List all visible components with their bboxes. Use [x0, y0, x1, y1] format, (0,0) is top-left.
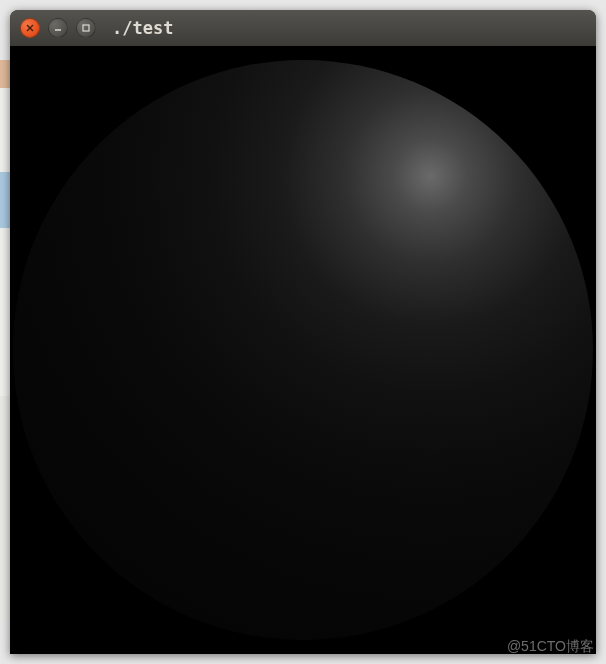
maximize-icon — [81, 23, 91, 33]
minimize-button[interactable] — [48, 18, 68, 38]
render-viewport — [10, 46, 596, 654]
background-edge-strip — [0, 60, 10, 620]
window-controls — [20, 18, 96, 38]
maximize-button[interactable] — [76, 18, 96, 38]
minimize-icon — [53, 23, 63, 33]
window-titlebar[interactable]: ./test — [10, 10, 596, 46]
watermark-text: @51CTO博客 — [507, 638, 594, 656]
svg-rect-3 — [83, 25, 89, 31]
application-window: ./test — [10, 10, 596, 654]
close-icon — [25, 23, 35, 33]
rendered-sphere — [13, 60, 593, 640]
close-button[interactable] — [20, 18, 40, 38]
window-title: ./test — [112, 18, 173, 38]
